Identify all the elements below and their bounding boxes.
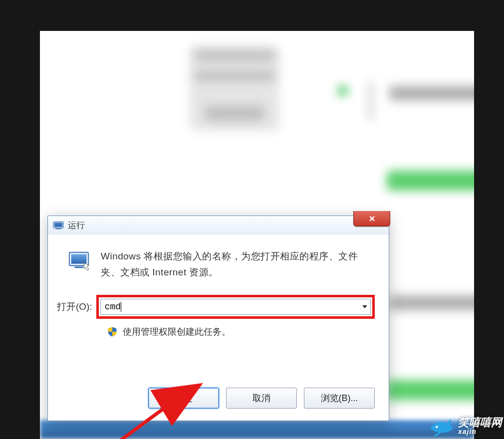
dialog-title: 运行 [68, 220, 85, 231]
titlebar[interactable]: 运行 ✕ [48, 216, 389, 234]
run-dialog-icon [68, 248, 91, 271]
close-button[interactable]: ✕ [353, 211, 390, 226]
text-caret [121, 302, 121, 312]
browse-button-label: 浏览(B)... [321, 392, 358, 404]
open-label: 打开(O): [57, 300, 92, 313]
background-blur [205, 106, 264, 121]
dialog-description: Windows 将根据您输入的名称，为您打开相应的程序、文件夹、文档或 Inte… [101, 248, 374, 281]
open-input-value: cmd [105, 302, 121, 312]
open-combobox[interactable]: cmd [100, 299, 371, 315]
browse-button[interactable]: 浏览(B)... [304, 388, 375, 409]
run-title-icon [53, 220, 64, 229]
ok-button-label: 确定 [175, 392, 193, 404]
run-dialog: 运行 ✕ Windows 将根据您输入的名称，为您打开相应的程序、文件夹、文档或… [47, 216, 389, 421]
background-blur [389, 295, 474, 310]
background-blur [195, 71, 274, 81]
background-blur [387, 171, 474, 191]
cancel-button[interactable]: 取消 [226, 388, 297, 409]
cancel-button-label: 取消 [252, 392, 270, 404]
background-blur [389, 86, 474, 101]
dialog-button-row: 确定 取消 浏览(B)... [148, 388, 375, 409]
background-blur [195, 51, 274, 61]
admin-note: 使用管理权限创建此任务。 [123, 326, 231, 338]
shark-logo-icon [427, 415, 455, 437]
taskbar-blur [40, 420, 474, 439]
svg-rect-2 [56, 228, 61, 229]
background-blur [338, 86, 348, 96]
close-icon: ✕ [369, 214, 375, 223]
watermark-url: xajin [458, 428, 502, 435]
background-blur [369, 81, 372, 121]
watermark: 笑嘻嘻网 xajin [427, 415, 502, 437]
screenshot-area: 运行 ✕ Windows 将根据您输入的名称，为您打开相应的程序、文件夹、文档或… [40, 31, 474, 439]
svg-point-6 [436, 426, 438, 428]
uac-shield-icon [107, 326, 118, 337]
watermark-brand: 笑嘻嘻网 [458, 416, 502, 429]
svg-rect-4 [71, 254, 87, 264]
svg-rect-5 [74, 266, 83, 268]
svg-rect-1 [54, 223, 62, 227]
chevron-down-icon[interactable] [362, 305, 367, 308]
ok-button[interactable]: 确定 [148, 388, 219, 409]
highlight-rect: cmd [96, 295, 375, 319]
background-blur [387, 380, 474, 400]
